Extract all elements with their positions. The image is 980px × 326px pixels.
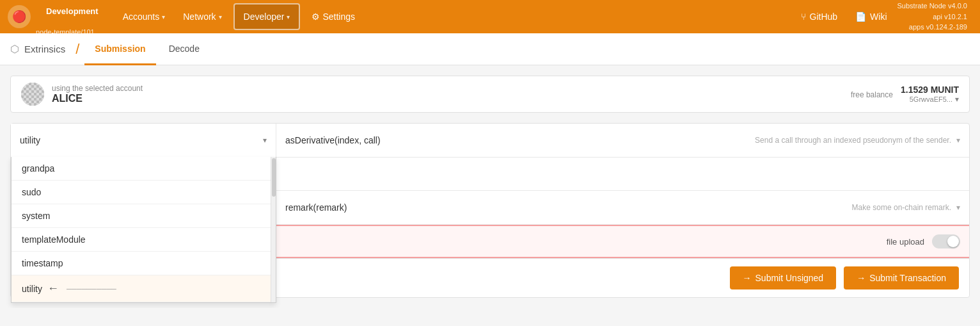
free-balance-amount: 1.1529 MUNIT bbox=[901, 85, 959, 95]
submit-transaction-icon: → bbox=[857, 273, 865, 283]
address-dropdown-icon[interactable]: ▾ bbox=[955, 95, 959, 104]
selected-arrow-icon: ← bbox=[47, 282, 59, 295]
account-avatar bbox=[21, 83, 44, 106]
sub-navbar: ⬡ Extrinsics / Submission Decode bbox=[0, 33, 980, 65]
network-chevron-icon: ▾ bbox=[219, 13, 222, 20]
submit-unsigned-button[interactable]: → Submit Unsigned bbox=[730, 266, 837, 289]
wiki-link[interactable]: 📄 Wiki bbox=[848, 12, 894, 22]
dropdown-item-templatemodule[interactable]: templateModule bbox=[12, 228, 276, 252]
module-dropdown: grandpa sudo system templateModule times… bbox=[11, 157, 276, 303]
call-value: asDerivative(index, call) bbox=[285, 135, 755, 145]
dropdown-item-sudo[interactable]: sudo bbox=[12, 181, 276, 204]
free-balance-value-area: 1.1529 MUNIT 5GrwvaEF5... ▾ bbox=[901, 85, 959, 104]
extrinsic-section: utility ▾ grandpa sudo system templateMo… bbox=[10, 123, 970, 298]
toggle-knob bbox=[947, 236, 959, 247]
module-select[interactable]: utility ▾ grandpa sudo system templateMo… bbox=[11, 124, 276, 157]
breadcrumb-separator: / bbox=[75, 42, 79, 56]
nav-network[interactable]: Network ▾ bbox=[174, 0, 230, 33]
dropdown-item-system[interactable]: system bbox=[12, 204, 276, 228]
wiki-icon: 📄 bbox=[855, 12, 866, 22]
nav-right-area: ⑂ GitHub 📄 Wiki Substrate Node v4.0.0 ap… bbox=[793, 1, 972, 33]
logo-text: Development node-template/101 bbox=[36, 0, 109, 37]
module-call-row: utility ▾ grandpa sudo system templateMo… bbox=[11, 124, 969, 158]
settings-icon: ⚙ bbox=[312, 12, 320, 22]
dropdown-item-grandpa[interactable]: grandpa bbox=[12, 157, 276, 181]
dropdown-scroll-thumb bbox=[272, 158, 276, 197]
free-balance-section: free balance bbox=[851, 89, 901, 99]
dropdown-item-utility[interactable]: utility ← ────────── bbox=[12, 275, 276, 302]
tab-decode[interactable]: Decode bbox=[159, 33, 210, 65]
module-dropdown-icon: ▾ bbox=[263, 136, 267, 145]
extrinsics-title: ⬡ Extrinsics bbox=[10, 43, 65, 55]
file-upload-label: file upload bbox=[887, 237, 924, 247]
call-select[interactable]: asDerivative(index, call) Send a call th… bbox=[276, 124, 969, 157]
file-upload-toggle[interactable] bbox=[932, 234, 960, 249]
github-icon: ⑂ bbox=[801, 12, 806, 22]
nav-accounts[interactable]: Accounts ▾ bbox=[114, 0, 175, 33]
logo-icon: 🔴 bbox=[8, 5, 31, 28]
developer-chevron-icon: ▾ bbox=[287, 13, 290, 20]
account-selector-row: using the selected account ALICE free ba… bbox=[10, 76, 970, 113]
submit-transaction-button[interactable]: → Submit Transaction bbox=[844, 266, 959, 289]
account-address: 5GrwvaEF5... bbox=[910, 95, 952, 103]
dropdown-scrollbar[interactable] bbox=[271, 157, 276, 302]
logo-sub: node-template/101 bbox=[36, 28, 109, 37]
logo-main: Development bbox=[36, 0, 109, 28]
call-dropdown-icon: ▾ bbox=[956, 136, 960, 145]
version-info: Substrate Node v4.0.0 api v10.2.1 apps v… bbox=[897, 1, 972, 33]
github-link[interactable]: ⑂ GitHub bbox=[793, 12, 846, 22]
top-navbar: 🔴 Development node-template/101 Accounts… bbox=[0, 0, 980, 33]
module-value: utility bbox=[20, 135, 263, 145]
tab-submission[interactable]: Submission bbox=[84, 33, 155, 65]
remark-value: remark(remark) bbox=[285, 202, 852, 213]
account-info: using the selected account ALICE bbox=[52, 84, 143, 104]
nav-developer[interactable]: Developer ▾ bbox=[233, 3, 301, 30]
remark-dropdown-icon: ▾ bbox=[956, 203, 960, 212]
nav-settings[interactable]: ⚙ Settings bbox=[303, 0, 364, 33]
free-balance-label: free balance bbox=[851, 90, 893, 99]
remark-call-area[interactable]: remark(remark) Make some on-chain remark… bbox=[276, 191, 969, 224]
account-label: using the selected account bbox=[52, 84, 143, 93]
accounts-chevron-icon: ▾ bbox=[162, 13, 165, 20]
call-hint: Send a call through an indexed pseudonym… bbox=[755, 136, 951, 145]
account-name: ALICE bbox=[52, 93, 143, 104]
logo-area[interactable]: 🔴 Development node-template/101 bbox=[8, 0, 109, 37]
dropdown-item-timestamp[interactable]: timestamp bbox=[12, 252, 276, 275]
submit-unsigned-icon: → bbox=[743, 273, 752, 283]
main-content: using the selected account ALICE free ba… bbox=[0, 65, 980, 308]
extrinsics-icon: ⬡ bbox=[10, 43, 19, 55]
remark-hint: Make some on-chain remark. bbox=[852, 203, 951, 212]
